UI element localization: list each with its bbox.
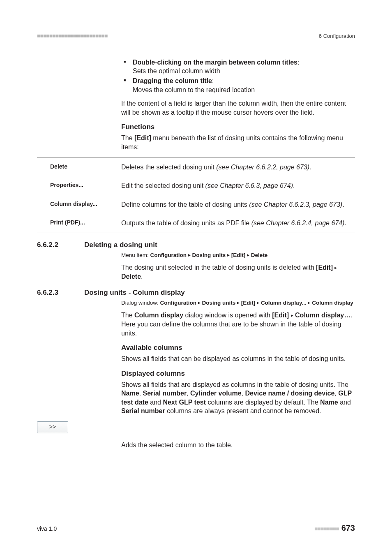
- header-chapter: 6 Configuration: [319, 32, 355, 40]
- crumb-label: Menu item:: [121, 252, 150, 258]
- add-column-button[interactable]: >>: [37, 421, 68, 433]
- available-columns-heading: Available columns: [121, 343, 355, 353]
- text: ,: [334, 390, 338, 397]
- table-row: Delete Deletes the selected dosing unit …: [37, 158, 355, 177]
- dialog-name: Column display: [134, 312, 183, 319]
- add-column-desc: Adds the selected column to the table.: [121, 441, 355, 450]
- text: :: [297, 59, 299, 66]
- menu-item-desc: Outputs the table of dosing units as PDF…: [121, 219, 355, 228]
- running-header: ■■■■■■■■■■■■■■■■■■■■■■■ 6 Configuration: [37, 32, 355, 40]
- chevron-right-icon: ▸: [257, 300, 259, 305]
- displayed-columns-para: Shows all fields that are displayed as c…: [121, 380, 355, 416]
- text: columns are displayed by default. The: [206, 399, 320, 406]
- text: .: [293, 182, 295, 189]
- crumb-label: Dialog window:: [121, 300, 160, 306]
- column-display-ref: Column display…: [295, 312, 350, 319]
- footer-ornament: ■■■■■■■■: [314, 525, 339, 532]
- menu-item-print-pdf: Print (PDF)...: [37, 219, 121, 228]
- chevron-right-icon: ▸: [291, 312, 293, 318]
- text: The: [121, 134, 134, 141]
- text: dialog window is opened with: [183, 312, 272, 319]
- section-title: Deleting a dosing unit: [84, 240, 157, 250]
- section-6622-body: The dosing unit selected in the table of…: [121, 263, 355, 281]
- text: :: [212, 77, 214, 84]
- list-item: Double-clicking on the margin between co…: [121, 58, 355, 76]
- table-row: Column display... Define columns for the…: [37, 195, 355, 214]
- text: Deletes the selected dosing unit: [121, 164, 216, 171]
- dialog-path-6623: Dialog window: Configuration ▸ Dosing un…: [121, 299, 355, 307]
- displayed-columns-heading: Displayed columns: [121, 369, 355, 379]
- chevron-right-icon: ▸: [188, 252, 191, 258]
- text: The dosing unit selected in the table of…: [121, 264, 316, 271]
- chapter-ref: (see Chapter 6.6.2.3, page 673): [249, 201, 342, 208]
- menu-item-delete: Delete: [37, 163, 121, 172]
- text: menu beneath the list of dosing units co…: [121, 134, 343, 150]
- chevron-right-icon: ▸: [247, 252, 249, 258]
- section-title: Dosing units - Column display: [84, 288, 185, 298]
- text: Shows all fields that are displayed as c…: [121, 381, 348, 388]
- text: ,: [187, 390, 190, 397]
- functions-intro: The [Edit] menu beneath the list of dosi…: [121, 134, 355, 151]
- header-ornament-left: ■■■■■■■■■■■■■■■■■■■■■■■: [37, 32, 108, 40]
- text: Define columns for the table of dosing u…: [121, 201, 249, 208]
- chevron-right-icon: ▸: [308, 300, 310, 305]
- menu-item-desc: Define columns for the table of dosing u…: [121, 200, 355, 209]
- chapter-ref: (see Chapter 6.6.2.4, page 674): [251, 220, 345, 227]
- bullet-desc: Sets the optimal column width: [133, 67, 220, 74]
- list-item: Dragging the column title: Moves the col…: [121, 76, 355, 94]
- crumb-part: [Edit]: [231, 252, 246, 258]
- intro-block: Double-clicking on the margin between co…: [121, 58, 355, 152]
- text: .: [344, 220, 346, 227]
- text: .: [141, 273, 143, 280]
- chevron-right-icon: ▸: [237, 300, 240, 305]
- menu-item-column-display: Column display...: [37, 200, 121, 209]
- crumb-part: Configuration: [160, 300, 196, 306]
- column-gesture-list: Double-clicking on the margin between co…: [121, 58, 355, 94]
- bullet-desc: Moves the column to the required locatio…: [133, 86, 255, 93]
- product-version: viva 1.0: [37, 525, 57, 533]
- edit-ref: [Edit]: [316, 264, 333, 271]
- edit-menu-ref: [Edit]: [134, 134, 151, 141]
- edit-ref: [Edit]: [272, 312, 289, 319]
- menu-item-properties: Properties...: [37, 181, 121, 190]
- text: Edit the selected dosing unit: [121, 182, 205, 189]
- col-name: Name: [121, 390, 139, 397]
- crumb-part: Configuration: [150, 252, 187, 258]
- table-row: Properties... Edit the selected dosing u…: [37, 176, 355, 195]
- available-columns-para: Shows all fields that can be displayed a…: [121, 354, 355, 363]
- table-row: Print (PDF)... Outputs the table of dosi…: [37, 214, 355, 233]
- edit-menu-items-table: Delete Deletes the selected dosing unit …: [37, 157, 355, 233]
- tooltip-paragraph: If the content of a field is larger than…: [121, 99, 355, 117]
- text: and: [338, 399, 351, 406]
- page-footer: viva 1.0 ■■■■■■■■673: [37, 523, 355, 534]
- text: .: [309, 164, 311, 171]
- menu-path-6622: Menu item: Configuration ▸ Dosing units …: [121, 252, 355, 259]
- crumb-part: Delete: [251, 252, 268, 258]
- crumb-part: Dosing units: [202, 300, 236, 306]
- crumb-part: Column display...: [261, 300, 307, 306]
- footer-right: ■■■■■■■■673: [314, 523, 355, 534]
- col-next-glp: Next GLP test: [163, 399, 206, 406]
- col-device-name: Device name / dosing device: [245, 390, 334, 397]
- text: The: [121, 312, 134, 319]
- bullet-title: Double-clicking on the margin between co…: [133, 59, 297, 66]
- chevron-right-icon: ▸: [227, 252, 230, 258]
- section-number: 6.6.2.3: [37, 288, 84, 298]
- page-number: 673: [341, 523, 355, 532]
- menu-item-desc: Deletes the selected dosing unit (see Ch…: [121, 163, 355, 172]
- functions-heading: Functions: [121, 123, 355, 132]
- section-heading-6622: 6.6.2.2 Deleting a dosing unit: [37, 240, 355, 250]
- bullet-title: Dragging the column title: [133, 77, 212, 84]
- section-6623-intro: The Column display dialog window is open…: [121, 311, 355, 338]
- text: columns are always present and cannot be…: [165, 407, 321, 414]
- col-name: Name: [320, 399, 338, 406]
- section-heading-6623: 6.6.2.3 Dosing units - Column display: [37, 288, 355, 298]
- crumb-part: Dosing units: [192, 252, 226, 258]
- crumb-part: [Edit]: [241, 300, 256, 306]
- menu-item-desc: Edit the selected dosing unit (see Chapt…: [121, 181, 355, 190]
- chevron-right-icon: ▸: [334, 265, 337, 271]
- delete-ref: Delete: [121, 273, 141, 280]
- text: .: [342, 201, 344, 208]
- section-number: 6.6.2.2: [37, 240, 84, 250]
- crumb-part: Column display: [312, 300, 353, 306]
